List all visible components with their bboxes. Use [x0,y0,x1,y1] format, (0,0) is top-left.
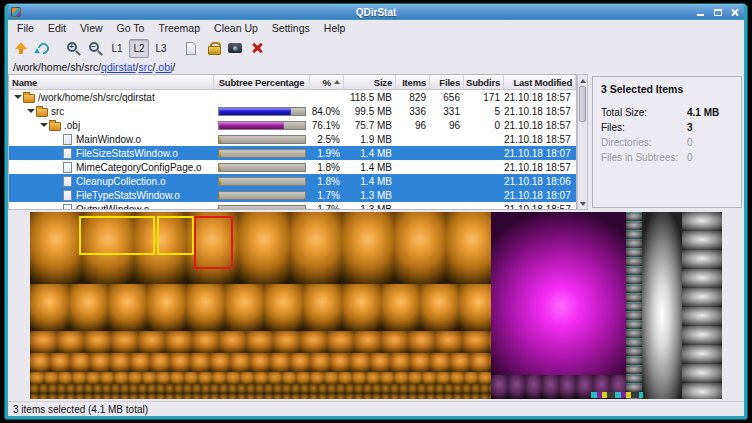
cell-percent: 1.9% [310,148,344,159]
table-row[interactable]: FileSizeStatsWindow.o 1.9% 1.4 MB 21.10.… [9,146,576,160]
node-icon [63,148,72,159]
cell-items: 336 [396,106,430,117]
details-field-value: 0 [687,137,733,148]
column-header-label: Files [439,77,460,88]
window-content: FileEditViewGo ToTreemapClean UpSettings… [8,20,744,416]
go-up-button[interactable] [11,39,31,58]
scrollbar-thumb[interactable] [579,86,586,122]
table-row[interactable]: MimeCategoryConfigPage.o 1.8% 1.4 MB 21.… [9,160,576,174]
column-header-name[interactable]: Name [9,75,214,89]
column-header-subtree-percentage[interactable]: Subtree Percentage [214,75,310,89]
expand-arrow-icon[interactable] [14,93,22,101]
cell-modified: 21.10.18 18:07 [504,148,576,159]
column-header-percent[interactable]: % [310,75,344,89]
sort-indicator-icon [334,80,340,84]
menu-file[interactable]: File [10,21,41,36]
percent-bar [218,163,306,172]
zoom-in-icon: + [67,42,80,55]
menu-go-to[interactable]: Go To [110,21,152,36]
zoom-out-button[interactable]: − [85,39,105,58]
cell-percent: 76.1% [310,120,344,131]
table-row[interactable]: OutputWindow.o 1.7% 1.3 MB 21.10.18 18:5… [9,202,576,209]
cell-items: 96 [396,120,430,131]
node-icon [63,190,72,201]
breadcrumb-link[interactable]: qdirstat [101,61,135,73]
column-header-size[interactable]: Size [344,75,396,89]
breadcrumb-text: /work/home/sh/src/ [13,61,101,73]
up-arrow-icon [15,42,27,54]
lock-button[interactable] [203,39,223,58]
menu-edit[interactable]: Edit [41,21,73,36]
column-header-label: Last Modified [513,77,572,88]
cell-modified: 21.10.18 18:57 [504,92,576,103]
table-row[interactable]: FileTypeStatsWindow.o 1.7% 1.3 MB 21.10.… [9,188,576,202]
treemap-level-1-button[interactable]: L1 [107,39,127,58]
details-title: 3 Selected Items [601,83,733,95]
treemap-level-2-button[interactable]: L2 [129,39,149,58]
delete-x-icon [251,42,263,54]
table-row[interactable]: MainWindow.o 2.5% 1.9 MB 21.10.18 18:57 [9,132,576,146]
cell-size: 1.3 MB [344,190,396,201]
treemap-magenta-region[interactable] [491,212,626,399]
expand-arrow-icon[interactable] [40,121,48,129]
breadcrumb-link[interactable]: .obj [155,61,172,73]
screenshot-button[interactable] [225,39,245,58]
scroll-down-button[interactable] [578,198,587,209]
item-name: MimeCategoryConfigPage.o [76,162,202,173]
maximize-button[interactable] [711,6,724,18]
table-row[interactable]: CleanupCollection.o 1.8% 1.4 MB 21.10.18… [9,174,576,188]
file-icon [186,42,196,55]
main-split: Name Subtree Percentage % Size Items Fil… [8,74,744,210]
menu-clean-up[interactable]: Clean Up [207,21,265,36]
table-row[interactable]: /work/home/sh/src/qdirstat 118.5 MB 829 … [9,90,576,104]
percent-bar [218,149,306,158]
cell-percent: 1.8% [310,162,344,173]
refresh-icon [35,40,50,55]
table-header: Name Subtree Percentage % Size Items Fil… [9,75,576,90]
close-button[interactable] [728,6,741,18]
menu-treemap[interactable]: Treemap [151,21,207,36]
expand-arrow-icon[interactable] [27,107,35,115]
treemap-orange-region[interactable] [30,212,491,399]
cell-files: 656 [430,92,464,103]
breadcrumb-link[interactable]: src [138,61,152,73]
cell-subdirs: 0 [464,120,504,131]
zoom-in-button[interactable]: + [63,39,83,58]
directory-tree-panel: Name Subtree Percentage % Size Items Fil… [8,74,577,210]
menu-help[interactable]: Help [317,21,353,36]
treemap-gray-region[interactable] [626,212,722,399]
details-field-value: 4.1 MB [687,107,733,118]
file-report-button[interactable] [181,39,201,58]
cell-modified: 21.10.18 18:57 [504,134,576,145]
cell-size: 1.9 MB [344,134,396,145]
cell-subdirs: 5 [464,106,504,117]
node-icon [63,176,72,187]
delete-button[interactable] [247,39,267,58]
treemap-level-3-button[interactable]: L3 [151,39,171,58]
item-name: .obj [64,120,80,131]
column-header-items[interactable]: Items [396,75,430,89]
table-row[interactable]: .obj 76.1% 75.7 MB 96 96 0 21.10.18 18:5… [9,118,576,132]
menu-view[interactable]: View [73,21,110,36]
scroll-up-button[interactable] [578,75,587,86]
column-header-label: Items [402,77,426,88]
item-name: src [51,106,64,117]
vertical-scrollbar[interactable] [577,74,588,210]
column-header-label: Size [374,77,392,88]
column-header-files[interactable]: Files [430,75,464,89]
titlebar[interactable]: QDirStat [8,5,744,19]
menu-settings[interactable]: Settings [265,21,317,36]
cell-modified: 21.10.18 18:06 [504,176,576,187]
qdirstat-window: QDirStat FileEditViewGo ToTreemapClean U… [4,3,748,420]
column-header-subdirs[interactable]: Subdirs [464,75,504,89]
toolbar: + − L1 L2 L3 [8,37,744,59]
column-header-last-modified[interactable]: Last Modified [504,75,576,89]
treemap-view[interactable] [30,212,722,399]
cell-size: 99.5 MB [344,106,396,117]
minimize-button[interactable] [694,6,707,18]
refresh-button[interactable] [33,39,53,58]
cell-size: 118.5 MB [344,92,396,103]
table-row[interactable]: src 84.0% 99.5 MB 336 331 5 21.10.18 18:… [9,104,576,118]
details-field-value: 0 [687,152,733,163]
percent-bar [218,205,306,210]
